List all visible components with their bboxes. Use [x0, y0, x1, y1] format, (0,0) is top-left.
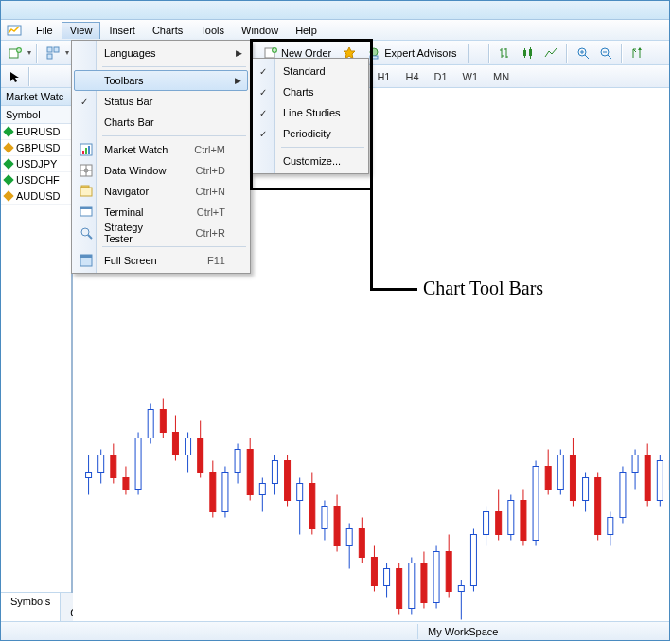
menu-view[interactable]: View — [62, 22, 101, 39]
menu-item-label: Periodicity — [283, 128, 331, 139]
svg-rect-32 — [172, 433, 178, 455]
svg-rect-42 — [235, 450, 240, 473]
menu-help[interactable]: Help — [287, 22, 326, 39]
svg-marker-8 — [344, 47, 355, 59]
view-menu-item-languages[interactable]: Languages▶ — [74, 43, 248, 63]
svg-rect-34 — [186, 438, 191, 455]
menu-item-label: Languages — [104, 47, 155, 59]
symbol-row-usdjpy[interactable]: USDJPY — [1, 156, 71, 172]
period-d1[interactable]: D1 — [427, 69, 455, 84]
menu-tools[interactable]: Tools — [191, 22, 233, 39]
submenu-arrow-icon: ▶ — [235, 76, 241, 85]
svg-rect-120 — [80, 188, 92, 196]
svg-rect-58 — [334, 507, 340, 546]
terminal-icon — [79, 205, 94, 220]
toolbars-item-standard[interactable]: ✓Standard — [253, 61, 366, 81]
view-menu-item-strategy-tester[interactable]: Strategy TesterCtrl+R — [74, 223, 248, 243]
view-menu-item-full-screen[interactable]: Full ScreenF11 — [74, 250, 248, 271]
svg-rect-12 — [529, 49, 532, 56]
market-watch-header[interactable]: Symbol — [1, 106, 71, 124]
svg-marker-16 — [10, 72, 19, 82]
view-menu-item-toolbars[interactable]: Toolbars▶ — [74, 70, 248, 91]
svg-rect-30 — [160, 410, 166, 433]
symbol-row-audusd[interactable]: AUDUSD — [1, 188, 71, 205]
direction-icon — [3, 190, 13, 201]
toolbars-item-charts[interactable]: ✓Charts — [253, 81, 366, 102]
menu-item-label: Full Screen — [104, 255, 157, 266]
period-h1[interactable]: H1 — [369, 69, 398, 84]
expert-advisors-label: Expert Advisors — [384, 47, 456, 59]
svg-rect-22 — [111, 455, 116, 478]
menu-file[interactable]: File — [27, 22, 62, 39]
menu-item-label: Navigator — [104, 186, 149, 197]
view-menu-item-data-window[interactable]: Data WindowCtrl+D — [74, 160, 248, 181]
svg-rect-11 — [523, 50, 526, 56]
autoscroll-button[interactable] — [628, 43, 648, 63]
direction-icon — [3, 158, 13, 169]
cursor-button[interactable] — [5, 66, 26, 87]
svg-rect-50 — [285, 461, 291, 501]
symbol-row-gbpusd[interactable]: GBPUSD — [1, 140, 71, 156]
symbol-row-usdchf[interactable]: USDCHF — [1, 172, 71, 188]
view-menu-item-navigator[interactable]: NavigatorCtrl+N — [74, 181, 248, 202]
check-icon: ✓ — [259, 87, 267, 98]
svg-rect-60 — [346, 529, 352, 546]
market-watch-tabs: Symbols Tick Chart — [1, 592, 71, 621]
toolbars-submenu: ✓Standard✓Charts✓Line Studies✓Periodicit… — [250, 58, 369, 174]
svg-rect-20 — [98, 455, 104, 473]
view-menu-item-terminal[interactable]: TerminalCtrl+T — [74, 202, 248, 223]
zoom-in-button[interactable] — [573, 43, 593, 63]
svg-rect-5 — [47, 54, 52, 59]
svg-rect-48 — [272, 461, 277, 484]
menubar: FileViewInsertChartsToolsWindowHelp — [1, 20, 669, 41]
tab-symbols[interactable]: Symbols — [1, 593, 61, 621]
svg-rect-106 — [632, 455, 638, 473]
toolbars-item-customize-[interactable]: Customize... — [253, 151, 366, 171]
svg-rect-62 — [359, 529, 364, 558]
direction-icon — [3, 126, 13, 136]
svg-point-9 — [370, 48, 378, 56]
navigator-icon — [79, 184, 94, 199]
market-watch-panel: Market Watc Symbol EURUSDGBPUSDUSDJPYUSD… — [1, 88, 73, 621]
svg-rect-92 — [545, 467, 551, 490]
candle-chart-button[interactable] — [518, 43, 539, 63]
menu-insert[interactable]: Insert — [100, 22, 144, 39]
symbol-row-eurusd[interactable]: EURUSD — [1, 124, 71, 140]
svg-rect-102 — [608, 518, 613, 535]
menu-window[interactable]: Window — [233, 22, 287, 39]
zoom-out-button[interactable] — [595, 43, 616, 63]
svg-rect-54 — [309, 484, 315, 529]
toolbars-item-periodicity[interactable]: ✓Periodicity — [253, 123, 366, 144]
period-h4[interactable]: H4 — [398, 69, 426, 84]
check-icon: ✓ — [80, 97, 88, 107]
line-chart-button[interactable] — [540, 43, 561, 63]
new-order-label: New Order — [281, 47, 331, 59]
menu-charts[interactable]: Charts — [144, 22, 191, 39]
menu-item-label: Strategy Tester — [104, 222, 173, 244]
toolbars-item-line-studies[interactable]: ✓Line Studies — [253, 102, 366, 123]
profiles-button[interactable] — [43, 43, 63, 63]
view-menu-item-market-watch[interactable]: Market WatchCtrl+M — [74, 139, 248, 160]
period-w1[interactable]: W1 — [455, 69, 486, 84]
direction-icon — [3, 142, 13, 152]
view-menu-item-status-bar[interactable]: ✓Status Bar — [74, 91, 248, 112]
view-menu-item-charts-bar[interactable]: Charts Bar — [74, 112, 248, 133]
period-mn[interactable]: MN — [486, 69, 517, 84]
tester-icon — [79, 225, 94, 241]
svg-rect-104 — [620, 473, 626, 518]
svg-rect-26 — [135, 438, 141, 490]
svg-rect-108 — [645, 455, 650, 501]
symbol-label: EURUSD — [16, 126, 60, 137]
annotation-label: Chart Tool Bars — [423, 277, 543, 299]
new-chart-button[interactable] — [5, 43, 26, 63]
svg-rect-18 — [86, 473, 92, 478]
svg-marker-15 — [638, 47, 642, 50]
market-watch-title: Market Watc — [1, 88, 71, 106]
svg-rect-98 — [583, 478, 589, 501]
svg-rect-80 — [470, 535, 476, 586]
menu-item-label: Charts — [283, 86, 313, 98]
menu-item-label: Terminal — [104, 206, 144, 218]
expert-advisors-button[interactable]: Expert Advisors — [362, 43, 462, 63]
bar-chart-button[interactable] — [495, 43, 516, 63]
shortcut-label: Ctrl+D — [173, 165, 225, 176]
